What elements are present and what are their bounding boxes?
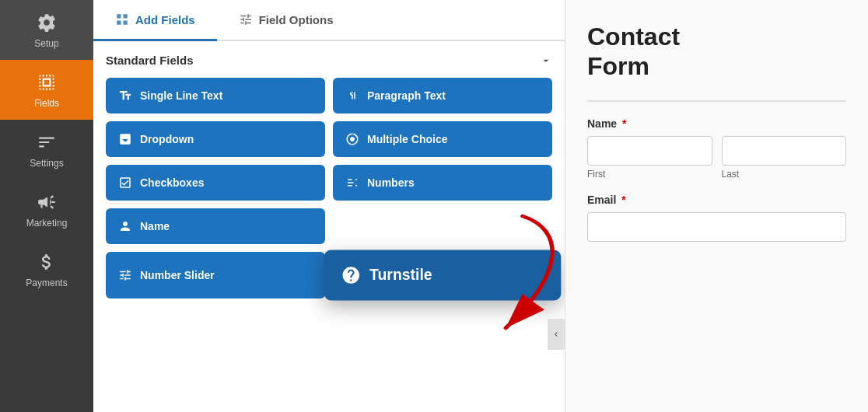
text-paragraph-icon xyxy=(345,89,359,103)
field-label-numbers: Numbers xyxy=(367,176,415,189)
sidebar-item-payments-label: Payments xyxy=(26,278,67,288)
form-input-first-hint: First xyxy=(587,169,712,180)
megaphone-icon xyxy=(35,190,58,214)
question-circle-icon xyxy=(341,265,361,285)
sidebar-item-settings-label: Settings xyxy=(30,158,63,169)
form-field-name: Name * First Last xyxy=(587,117,846,180)
form-input-first[interactable] xyxy=(587,136,712,166)
chevron-left-icon xyxy=(551,330,561,339)
tab-add-fields[interactable]: Add Fields xyxy=(93,0,217,41)
section-title: Standard Fields xyxy=(106,54,194,67)
grid-icon xyxy=(115,12,129,26)
sidebar-item-settings[interactable]: Settings xyxy=(0,120,93,180)
field-btn-dropdown[interactable]: Dropdown xyxy=(106,121,325,157)
form-input-email[interactable] xyxy=(587,212,846,242)
field-btn-turnstile[interactable]: Turnstile xyxy=(324,250,562,301)
field-btn-checkboxes[interactable]: Checkboxes xyxy=(106,165,325,201)
sidebar-item-marketing[interactable]: Marketing xyxy=(0,180,93,239)
settings-icon xyxy=(35,131,58,154)
field-label-paragraph-text: Paragraph Text xyxy=(367,89,446,102)
fields-wrapper: Standard Fields Single Line Text Paragra… xyxy=(93,41,565,412)
radio-icon xyxy=(345,132,359,146)
form-title: ContactForm xyxy=(587,22,846,82)
field-btn-numbers[interactable]: Numbers xyxy=(333,165,552,201)
field-label-name: Name xyxy=(140,220,170,232)
field-btn-number-slider[interactable]: Number Slider xyxy=(106,252,325,299)
collapse-panel-button[interactable] xyxy=(548,319,565,350)
tab-field-options-label: Field Options xyxy=(259,13,334,26)
preview-panel: ContactForm Name * First Last Email * xyxy=(565,0,868,412)
gear-icon xyxy=(35,11,58,34)
form-field-name-label: Name * xyxy=(587,117,846,130)
dropdown-icon xyxy=(118,132,132,146)
fields-area: Standard Fields Single Line Text Paragra… xyxy=(93,41,565,412)
required-indicator-email: * xyxy=(621,194,625,206)
sliders-icon xyxy=(239,12,253,26)
dollar-icon xyxy=(35,250,58,274)
field-label-single-line-text: Single Line Text xyxy=(140,89,222,102)
checkbox-icon xyxy=(118,176,132,190)
form-divider xyxy=(587,100,846,102)
sidebar-item-payments[interactable]: Payments xyxy=(0,239,93,299)
slider-icon xyxy=(118,268,132,282)
main-panel: Add Fields Field Options Standard Fields… xyxy=(93,0,565,412)
sidebar: Setup Fields Settings Marketing Payments xyxy=(0,0,93,412)
form-field-email-label: Email * xyxy=(587,194,846,206)
form-name-last-wrap: Last xyxy=(722,136,847,180)
tabs-bar: Add Fields Field Options xyxy=(93,0,565,41)
sidebar-item-setup-label: Setup xyxy=(34,38,58,49)
field-label-number-slider: Number Slider xyxy=(140,269,215,281)
chevron-down-icon xyxy=(540,54,552,67)
text-single-icon xyxy=(118,89,132,103)
tab-add-fields-label: Add Fields xyxy=(135,13,195,26)
form-input-last-hint: Last xyxy=(722,169,847,180)
required-indicator: * xyxy=(622,117,626,130)
field-btn-name[interactable]: Name xyxy=(106,208,325,244)
sidebar-item-fields[interactable]: Fields xyxy=(0,60,93,120)
field-btn-multiple-choice[interactable]: Multiple Choice xyxy=(333,121,552,157)
fields-grid: Single Line Text Paragraph Text Dropdown… xyxy=(106,78,552,244)
form-input-last[interactable] xyxy=(722,136,847,166)
form-name-first-wrap: First xyxy=(587,136,712,180)
field-btn-single-line-text[interactable]: Single Line Text xyxy=(106,78,325,113)
sidebar-item-setup[interactable]: Setup xyxy=(0,0,93,60)
field-label-turnstile: Turnstile xyxy=(369,267,432,285)
sidebar-item-fields-label: Fields xyxy=(34,98,59,109)
tab-field-options[interactable]: Field Options xyxy=(217,0,355,41)
person-icon xyxy=(118,219,132,233)
section-header-standard: Standard Fields xyxy=(106,54,552,67)
form-name-row: First Last xyxy=(587,136,846,180)
field-label-multiple-choice: Multiple Choice xyxy=(367,133,447,145)
hash-icon xyxy=(345,176,359,190)
field-btn-paragraph-text[interactable]: Paragraph Text xyxy=(333,78,552,113)
field-label-checkboxes: Checkboxes xyxy=(140,176,204,189)
field-label-dropdown: Dropdown xyxy=(140,133,194,145)
form-field-email: Email * xyxy=(587,194,846,242)
sidebar-item-marketing-label: Marketing xyxy=(26,218,68,229)
bottom-fields-grid: Number Slider Turnstile xyxy=(106,252,552,299)
fields-icon xyxy=(35,71,58,94)
